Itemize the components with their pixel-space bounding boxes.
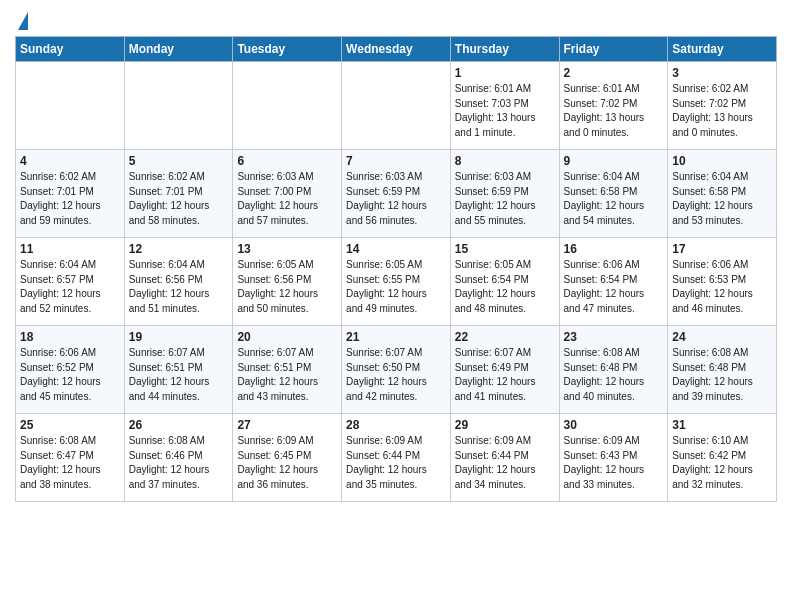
day-info: Sunrise: 6:04 AMSunset: 6:57 PMDaylight:…	[20, 258, 120, 316]
day-info: Sunrise: 6:08 AMSunset: 6:48 PMDaylight:…	[564, 346, 664, 404]
day-number: 8	[455, 154, 555, 168]
day-number: 19	[129, 330, 229, 344]
day-cell: 17Sunrise: 6:06 AMSunset: 6:53 PMDayligh…	[668, 238, 777, 326]
day-info: Sunrise: 6:01 AMSunset: 7:02 PMDaylight:…	[564, 82, 664, 140]
day-number: 18	[20, 330, 120, 344]
day-info: Sunrise: 6:08 AMSunset: 6:47 PMDaylight:…	[20, 434, 120, 492]
day-info: Sunrise: 6:04 AMSunset: 6:56 PMDaylight:…	[129, 258, 229, 316]
calendar: SundayMondayTuesdayWednesdayThursdayFrid…	[15, 36, 777, 502]
day-cell	[233, 62, 342, 150]
day-cell	[124, 62, 233, 150]
day-cell: 3Sunrise: 6:02 AMSunset: 7:02 PMDaylight…	[668, 62, 777, 150]
day-info: Sunrise: 6:02 AMSunset: 7:01 PMDaylight:…	[20, 170, 120, 228]
day-number: 13	[237, 242, 337, 256]
day-number: 6	[237, 154, 337, 168]
logo	[15, 14, 28, 30]
day-cell	[16, 62, 125, 150]
day-info: Sunrise: 6:05 AMSunset: 6:54 PMDaylight:…	[455, 258, 555, 316]
day-cell	[342, 62, 451, 150]
day-info: Sunrise: 6:09 AMSunset: 6:45 PMDaylight:…	[237, 434, 337, 492]
day-cell: 24Sunrise: 6:08 AMSunset: 6:48 PMDayligh…	[668, 326, 777, 414]
day-number: 10	[672, 154, 772, 168]
day-cell: 4Sunrise: 6:02 AMSunset: 7:01 PMDaylight…	[16, 150, 125, 238]
day-info: Sunrise: 6:07 AMSunset: 6:51 PMDaylight:…	[237, 346, 337, 404]
day-number: 9	[564, 154, 664, 168]
day-info: Sunrise: 6:03 AMSunset: 7:00 PMDaylight:…	[237, 170, 337, 228]
day-number: 11	[20, 242, 120, 256]
day-number: 14	[346, 242, 446, 256]
day-info: Sunrise: 6:03 AMSunset: 6:59 PMDaylight:…	[346, 170, 446, 228]
day-cell: 7Sunrise: 6:03 AMSunset: 6:59 PMDaylight…	[342, 150, 451, 238]
day-number: 31	[672, 418, 772, 432]
day-cell: 15Sunrise: 6:05 AMSunset: 6:54 PMDayligh…	[450, 238, 559, 326]
day-cell: 14Sunrise: 6:05 AMSunset: 6:55 PMDayligh…	[342, 238, 451, 326]
week-row-4: 18Sunrise: 6:06 AMSunset: 6:52 PMDayligh…	[16, 326, 777, 414]
day-cell: 20Sunrise: 6:07 AMSunset: 6:51 PMDayligh…	[233, 326, 342, 414]
day-number: 24	[672, 330, 772, 344]
week-row-3: 11Sunrise: 6:04 AMSunset: 6:57 PMDayligh…	[16, 238, 777, 326]
day-number: 3	[672, 66, 772, 80]
day-number: 27	[237, 418, 337, 432]
col-header-monday: Monday	[124, 37, 233, 62]
day-cell: 29Sunrise: 6:09 AMSunset: 6:44 PMDayligh…	[450, 414, 559, 502]
day-info: Sunrise: 6:06 AMSunset: 6:54 PMDaylight:…	[564, 258, 664, 316]
day-number: 16	[564, 242, 664, 256]
day-number: 23	[564, 330, 664, 344]
day-info: Sunrise: 6:09 AMSunset: 6:44 PMDaylight:…	[455, 434, 555, 492]
day-cell: 30Sunrise: 6:09 AMSunset: 6:43 PMDayligh…	[559, 414, 668, 502]
header-row: SundayMondayTuesdayWednesdayThursdayFrid…	[16, 37, 777, 62]
day-cell: 6Sunrise: 6:03 AMSunset: 7:00 PMDaylight…	[233, 150, 342, 238]
day-info: Sunrise: 6:07 AMSunset: 6:49 PMDaylight:…	[455, 346, 555, 404]
day-cell: 21Sunrise: 6:07 AMSunset: 6:50 PMDayligh…	[342, 326, 451, 414]
col-header-thursday: Thursday	[450, 37, 559, 62]
day-number: 7	[346, 154, 446, 168]
day-info: Sunrise: 6:03 AMSunset: 6:59 PMDaylight:…	[455, 170, 555, 228]
day-cell: 23Sunrise: 6:08 AMSunset: 6:48 PMDayligh…	[559, 326, 668, 414]
header	[15, 10, 777, 30]
day-info: Sunrise: 6:02 AMSunset: 7:02 PMDaylight:…	[672, 82, 772, 140]
day-number: 1	[455, 66, 555, 80]
day-info: Sunrise: 6:09 AMSunset: 6:43 PMDaylight:…	[564, 434, 664, 492]
col-header-wednesday: Wednesday	[342, 37, 451, 62]
day-number: 17	[672, 242, 772, 256]
day-cell: 12Sunrise: 6:04 AMSunset: 6:56 PMDayligh…	[124, 238, 233, 326]
day-number: 29	[455, 418, 555, 432]
logo-triangle-icon	[18, 12, 28, 30]
day-number: 25	[20, 418, 120, 432]
page: SundayMondayTuesdayWednesdayThursdayFrid…	[0, 0, 792, 512]
day-cell: 1Sunrise: 6:01 AMSunset: 7:03 PMDaylight…	[450, 62, 559, 150]
day-number: 21	[346, 330, 446, 344]
day-cell: 22Sunrise: 6:07 AMSunset: 6:49 PMDayligh…	[450, 326, 559, 414]
day-info: Sunrise: 6:08 AMSunset: 6:48 PMDaylight:…	[672, 346, 772, 404]
day-info: Sunrise: 6:04 AMSunset: 6:58 PMDaylight:…	[564, 170, 664, 228]
day-info: Sunrise: 6:08 AMSunset: 6:46 PMDaylight:…	[129, 434, 229, 492]
day-cell: 16Sunrise: 6:06 AMSunset: 6:54 PMDayligh…	[559, 238, 668, 326]
day-number: 4	[20, 154, 120, 168]
day-info: Sunrise: 6:06 AMSunset: 6:52 PMDaylight:…	[20, 346, 120, 404]
day-cell: 25Sunrise: 6:08 AMSunset: 6:47 PMDayligh…	[16, 414, 125, 502]
day-info: Sunrise: 6:05 AMSunset: 6:55 PMDaylight:…	[346, 258, 446, 316]
day-number: 30	[564, 418, 664, 432]
day-number: 2	[564, 66, 664, 80]
day-number: 12	[129, 242, 229, 256]
day-info: Sunrise: 6:10 AMSunset: 6:42 PMDaylight:…	[672, 434, 772, 492]
col-header-sunday: Sunday	[16, 37, 125, 62]
day-number: 26	[129, 418, 229, 432]
day-cell: 18Sunrise: 6:06 AMSunset: 6:52 PMDayligh…	[16, 326, 125, 414]
day-cell: 9Sunrise: 6:04 AMSunset: 6:58 PMDaylight…	[559, 150, 668, 238]
day-cell: 8Sunrise: 6:03 AMSunset: 6:59 PMDaylight…	[450, 150, 559, 238]
day-cell: 10Sunrise: 6:04 AMSunset: 6:58 PMDayligh…	[668, 150, 777, 238]
day-info: Sunrise: 6:06 AMSunset: 6:53 PMDaylight:…	[672, 258, 772, 316]
day-info: Sunrise: 6:07 AMSunset: 6:51 PMDaylight:…	[129, 346, 229, 404]
day-cell: 26Sunrise: 6:08 AMSunset: 6:46 PMDayligh…	[124, 414, 233, 502]
col-header-saturday: Saturday	[668, 37, 777, 62]
day-cell: 11Sunrise: 6:04 AMSunset: 6:57 PMDayligh…	[16, 238, 125, 326]
day-cell: 27Sunrise: 6:09 AMSunset: 6:45 PMDayligh…	[233, 414, 342, 502]
day-info: Sunrise: 6:04 AMSunset: 6:58 PMDaylight:…	[672, 170, 772, 228]
day-info: Sunrise: 6:01 AMSunset: 7:03 PMDaylight:…	[455, 82, 555, 140]
day-info: Sunrise: 6:09 AMSunset: 6:44 PMDaylight:…	[346, 434, 446, 492]
day-info: Sunrise: 6:05 AMSunset: 6:56 PMDaylight:…	[237, 258, 337, 316]
day-number: 15	[455, 242, 555, 256]
day-info: Sunrise: 6:02 AMSunset: 7:01 PMDaylight:…	[129, 170, 229, 228]
day-cell: 5Sunrise: 6:02 AMSunset: 7:01 PMDaylight…	[124, 150, 233, 238]
